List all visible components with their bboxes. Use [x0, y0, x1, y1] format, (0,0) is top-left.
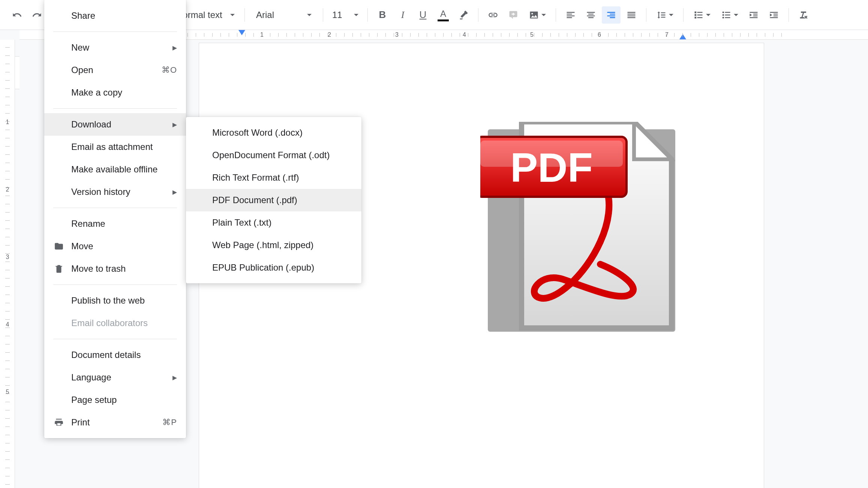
italic-button[interactable]: I — [393, 6, 412, 24]
separator — [556, 8, 556, 22]
svg-rect-5 — [695, 16, 697, 18]
submenu-item-txt[interactable]: Plain Text (.txt) — [186, 211, 361, 234]
ruler-tick: 4 — [463, 30, 466, 40]
svg-point-7 — [723, 14, 724, 16]
menu-label: Page setup — [71, 395, 177, 405]
align-center-button[interactable] — [582, 6, 600, 24]
text-color-swatch — [438, 19, 449, 21]
chevron-down-icon — [307, 14, 312, 16]
menu-item-page-setup[interactable]: • Page setup — [44, 389, 186, 411]
ruler-tick: 1 — [260, 30, 264, 40]
separator — [53, 31, 177, 32]
vruler-tick: 1 — [0, 118, 15, 126]
insert-link-button[interactable] — [484, 6, 502, 24]
menu-label: Language — [71, 372, 172, 383]
submenu-item-odt[interactable]: OpenDocument Format (.odt) — [186, 144, 361, 166]
print-icon — [53, 418, 64, 427]
text-color-button[interactable]: A — [434, 6, 453, 24]
menu-item-publish[interactable]: • Publish to the web — [44, 289, 186, 312]
menu-item-rename[interactable]: • Rename — [44, 213, 186, 235]
separator — [53, 284, 177, 285]
vruler-tick: 2 — [0, 186, 15, 193]
menu-label: New — [71, 42, 172, 53]
insert-image-button[interactable] — [524, 6, 550, 24]
menu-item-share[interactable]: • Share — [44, 4, 186, 27]
menu-item-new[interactable]: • New ▸ — [44, 36, 186, 59]
menu-label: Rename — [71, 219, 177, 229]
submenu-arrow-icon: ▸ — [172, 187, 177, 197]
menu-label: Document details — [71, 350, 177, 360]
menu-label: Microsoft Word (.docx) — [212, 127, 352, 138]
separator — [53, 339, 177, 339]
align-left-button[interactable] — [561, 6, 580, 24]
ruler-tick: 2 — [328, 30, 331, 40]
menu-item-trash[interactable]: Move to trash — [44, 257, 186, 280]
menu-item-move[interactable]: Move — [44, 235, 186, 257]
font-size-dropdown[interactable]: 11 — [328, 6, 362, 24]
menu-label: Move — [71, 241, 177, 251]
align-justify-button[interactable] — [622, 6, 641, 24]
menu-item-doc-details[interactable]: • Document details — [44, 344, 186, 366]
add-comment-button[interactable] — [504, 6, 523, 24]
trash-icon — [53, 264, 64, 274]
font-size-label: 11 — [332, 10, 342, 20]
svg-point-8 — [723, 16, 724, 18]
font-family-label: Arial — [256, 10, 274, 20]
separator — [646, 8, 646, 22]
submenu-item-pdf[interactable]: PDF Document (.pdf) — [186, 189, 361, 211]
vruler-tick: 4 — [0, 321, 15, 328]
font-family-dropdown[interactable]: Arial — [250, 6, 318, 24]
submenu-item-rtf[interactable]: Rich Text Format (.rtf) — [186, 166, 361, 189]
increase-indent-button[interactable] — [765, 6, 783, 24]
decrease-indent-button[interactable] — [744, 6, 763, 24]
separator — [53, 208, 177, 208]
folder-icon — [53, 241, 64, 251]
separator — [323, 8, 323, 22]
menu-item-make-offline[interactable]: • Make available offline — [44, 158, 186, 181]
menu-item-download[interactable]: • Download ▸ — [44, 113, 186, 136]
line-spacing-button[interactable] — [652, 6, 678, 24]
submenu-arrow-icon: ▸ — [172, 42, 177, 53]
redo-button[interactable] — [28, 6, 46, 24]
chevron-down-icon — [734, 14, 738, 16]
download-submenu: Microsoft Word (.docx) OpenDocument Form… — [186, 117, 361, 283]
undo-button[interactable] — [7, 6, 26, 24]
menu-item-open[interactable]: • Open ⌘O — [44, 59, 186, 81]
menu-item-version-history[interactable]: • Version history ▸ — [44, 181, 186, 203]
menu-label: Move to trash — [71, 263, 177, 274]
menu-label: Email collaborators — [71, 318, 177, 328]
ruler-tick: 3 — [395, 30, 399, 40]
submenu-item-docx[interactable]: Microsoft Word (.docx) — [186, 121, 361, 144]
highlight-color-button[interactable] — [454, 6, 473, 24]
menu-label: Make available offline — [71, 164, 177, 175]
ruler-left-indent-marker[interactable] — [238, 30, 245, 35]
svg-point-2 — [531, 13, 533, 14]
pdf-file-icon: PDF — [480, 122, 675, 332]
vruler-tick: 5 — [0, 388, 15, 396]
bold-button[interactable]: B — [373, 6, 392, 24]
menu-label: PDF Document (.pdf) — [212, 195, 352, 205]
submenu-item-epub[interactable]: EPUB Publication (.epub) — [186, 256, 361, 279]
submenu-item-html[interactable]: Web Page (.html, zipped) — [186, 234, 361, 256]
menu-label: Print — [71, 417, 162, 428]
clear-formatting-button[interactable] — [794, 6, 813, 24]
separator — [478, 8, 478, 22]
vertical-ruler[interactable]: 12345 — [0, 40, 15, 488]
chevron-down-icon — [230, 14, 235, 16]
checklist-button[interactable] — [689, 6, 715, 24]
bulleted-list-button[interactable] — [717, 6, 743, 24]
menu-label: Make a copy — [71, 87, 177, 98]
menu-item-email-attachment[interactable]: • Email as attachment — [44, 136, 186, 158]
menu-item-language[interactable]: • Language ▸ — [44, 366, 186, 389]
menu-item-print[interactable]: Print ⌘P — [44, 411, 186, 434]
menu-label: Version history — [71, 187, 172, 197]
align-right-button[interactable] — [602, 6, 621, 24]
menu-label: Email as attachment — [71, 142, 177, 152]
ruler-right-indent-marker[interactable] — [679, 34, 686, 39]
submenu-arrow-icon: ▸ — [172, 119, 177, 130]
menu-item-make-copy[interactable]: • Make a copy — [44, 81, 186, 104]
svg-point-6 — [723, 11, 724, 13]
vruler-tick: 3 — [0, 253, 15, 261]
menu-label: Plain Text (.txt) — [212, 217, 352, 228]
underline-button[interactable]: U — [414, 6, 432, 24]
